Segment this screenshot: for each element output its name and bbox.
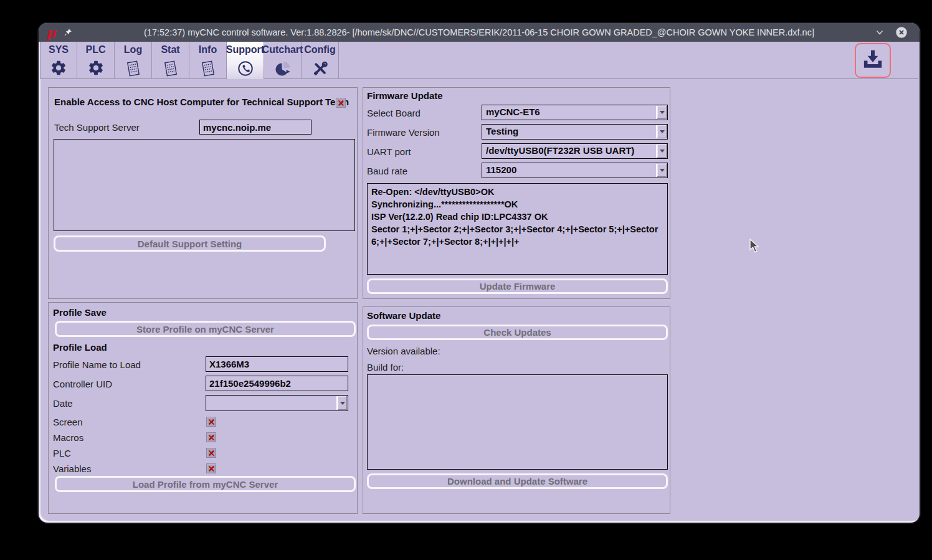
support-log-area[interactable]	[54, 139, 355, 231]
pin-icon[interactable]	[64, 27, 73, 39]
chevron-down-icon[interactable]	[656, 125, 667, 138]
enable-access-label: Enable Access to CNC Host Computer for T…	[54, 97, 349, 107]
firmware-log-area[interactable]: Re-Open: </dev/ttyUSB0>OK Synchronizing.…	[367, 183, 668, 275]
document-icon	[124, 59, 143, 80]
red-x-icon: ✕	[207, 433, 215, 442]
baud-rate-label: Baud rate	[367, 166, 407, 176]
plc-checkbox[interactable]: ✕	[206, 448, 216, 458]
profile-name-input[interactable]: X1366M3	[206, 356, 348, 372]
tab-log[interactable]: Log	[115, 42, 152, 79]
tab-bar: SYS PLC Log Stat Info	[40, 42, 918, 79]
chevron-down-icon[interactable]	[656, 106, 667, 119]
window-title: (17:52:37) myCNC control software. Ver:1…	[39, 27, 920, 37]
baud-rate-dropdown[interactable]: 115200	[482, 163, 668, 178]
uart-port-label: UART port	[367, 146, 411, 157]
firmware-version-dropdown[interactable]: Testing	[482, 124, 668, 140]
phone-icon	[236, 59, 255, 80]
tech-support-server-label: Tech Support Server	[54, 122, 140, 133]
red-x-icon: ✕	[207, 464, 215, 473]
log-line: Sector 1;+|+Sector 2;+|+Sector 3;+|+Sect…	[371, 223, 663, 248]
firmware-update-group: Firmware Update Select Board myCNC-ET6 F…	[363, 87, 670, 299]
software-update-header: Software Update	[367, 310, 440, 321]
tab-sys[interactable]: SYS	[40, 42, 77, 79]
download-icon	[860, 47, 885, 74]
date-label: Date	[53, 398, 73, 409]
firmware-update-header: Firmware Update	[367, 90, 443, 101]
controller-uid-input[interactable]: 21f150e2549996b2	[206, 376, 348, 391]
download-button[interactable]	[855, 43, 891, 78]
chevron-down-icon[interactable]	[875, 28, 885, 39]
variables-checkbox[interactable]: ✕	[206, 463, 216, 473]
tab-cutchart[interactable]: Cutchart	[264, 42, 302, 79]
screen-label: Screen	[53, 417, 83, 427]
gear-icon	[87, 59, 105, 79]
log-line: Synchronizing...******************OK	[371, 198, 663, 211]
log-line: ISP Ver(12.2.0) Read chip ID:LPC4337 OK	[371, 211, 663, 223]
tab-support[interactable]: Support	[227, 42, 264, 79]
screen-checkbox[interactable]: ✕	[206, 417, 216, 427]
red-x-icon: ✕	[207, 448, 215, 457]
update-firmware-button[interactable]: Update Firmware	[367, 278, 668, 294]
software-update-group: Software Update Check Updates Version av…	[363, 306, 670, 514]
document-icon	[199, 59, 217, 80]
document-icon	[161, 59, 180, 80]
uart-port-dropdown[interactable]: /dev/ttyUSB0(FT232R USB UART)	[482, 143, 668, 159]
profile-load-header: Profile Load	[53, 342, 107, 353]
tab-plc[interactable]: PLC	[77, 42, 115, 79]
app-logo: μ	[46, 24, 56, 40]
red-x-icon: ✕	[337, 98, 345, 107]
tab-stat[interactable]: Stat	[152, 42, 189, 79]
plc-label: PLC	[53, 448, 71, 458]
variables-label: Variables	[53, 463, 91, 474]
profile-save-header: Profile Save	[53, 307, 107, 318]
chevron-down-icon[interactable]	[656, 164, 667, 177]
version-available-label: Version available:	[367, 346, 440, 356]
tech-support-group: Enable Access to CNC Host Computer for T…	[48, 87, 358, 299]
title-bar: μ (17:52:37) myCNC control software. Ver…	[39, 23, 920, 42]
store-profile-button[interactable]: Store Profile on myCNC Server	[55, 321, 356, 337]
firmware-version-label: Firmware Version	[367, 127, 440, 138]
tech-support-server-input[interactable]: mycnc.noip.me	[199, 120, 311, 135]
default-support-setting-button[interactable]: Default Support Setting	[54, 235, 326, 252]
profile-name-label: Profile Name to Load	[53, 359, 141, 370]
controller-uid-label: Controller UID	[53, 379, 112, 389]
select-board-dropdown[interactable]: myCNC-ET6	[482, 105, 668, 120]
software-info-area[interactable]	[367, 374, 668, 470]
download-update-software-button[interactable]: Download and Update Software	[367, 473, 668, 489]
select-board-label: Select Board	[367, 108, 421, 118]
profile-group: Profile Save Store Profile on myCNC Serv…	[48, 302, 358, 514]
tools-icon	[311, 59, 330, 80]
enable-access-checkbox[interactable]: ✕	[336, 98, 346, 108]
app-window: μ (17:52:37) myCNC control software. Ver…	[37, 22, 921, 524]
date-dropdown[interactable]	[206, 395, 348, 411]
tab-info[interactable]: Info	[189, 42, 227, 79]
gear-icon	[50, 59, 67, 79]
macros-checkbox[interactable]: ✕	[206, 432, 216, 442]
chevron-down-icon[interactable]	[336, 396, 347, 410]
check-updates-button[interactable]: Check Updates	[367, 325, 668, 340]
close-icon[interactable]	[895, 26, 908, 39]
log-line: Re-Open: </dev/ttyUSB0>OK	[371, 186, 663, 198]
load-profile-button[interactable]: Load Profile from myCNC Server	[55, 476, 356, 492]
red-x-icon: ✕	[207, 417, 215, 426]
mouse-cursor	[749, 239, 763, 256]
macros-label: Macros	[53, 432, 83, 443]
build-for-label: Build for:	[367, 362, 404, 373]
pie-chart-icon	[273, 59, 292, 80]
chevron-down-icon[interactable]	[656, 145, 667, 158]
tab-config[interactable]: Config	[302, 42, 339, 79]
